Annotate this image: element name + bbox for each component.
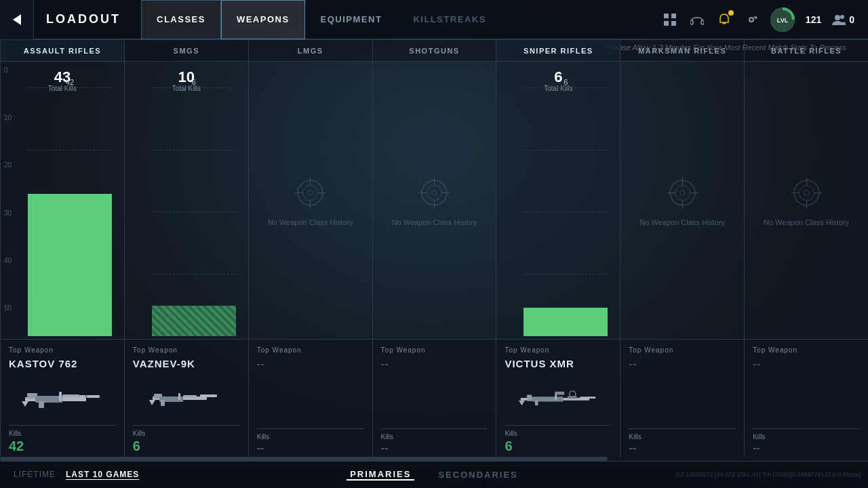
chart-bars-smgs: 6 (152, 87, 236, 336)
category-sniper-rifles[interactable]: SNIPER RIFLES 6 Total Kills (496, 40, 620, 461)
tab-primaries[interactable]: PRIMARIES (347, 469, 414, 481)
svg-point-29 (308, 190, 313, 195)
category-header-sniper-rifles: SNIPER RIFLES (496, 40, 620, 62)
players-section: 0 (832, 14, 854, 25)
category-header-shotguns: SHOTGUNS (373, 40, 496, 62)
weapon-card-shotguns: Top Weapon -- Kills -- (373, 339, 496, 461)
chart-grid-sniper-rifles: 6 (517, 67, 614, 339)
tab-secondaries[interactable]: SECONDARIES (435, 470, 521, 480)
chart-area-smgs: 10 Total Kills 6 (125, 62, 248, 339)
categories-container: ASSAULT RIFLES 50 40 30 20 10 0 43 Total… (0, 39, 868, 461)
svg-marker-15 (22, 401, 28, 407)
tab-equipment[interactable]: EQUIPMENT (305, 0, 398, 39)
chart-grid-assault-rifles: 42 (21, 67, 119, 339)
svg-rect-25 (161, 400, 165, 406)
svg-rect-20 (200, 394, 217, 397)
chart-grid-smgs: 6 (145, 67, 243, 339)
crosshair-icon-lmgs (292, 174, 329, 211)
grid-icon[interactable] (662, 12, 678, 28)
xp-value: 121 (806, 14, 821, 25)
nav-tabs: CLASSES WEAPONS EQUIPMENT KILLSTREAKS (141, 0, 502, 39)
svg-rect-3 (671, 21, 676, 26)
svg-point-36 (432, 190, 437, 195)
svg-rect-11 (79, 395, 100, 398)
category-marksman-rifles[interactable]: MARKSMAN RIFLES No Weapon Class History (620, 40, 745, 461)
svg-rect-48 (535, 400, 538, 405)
kills-section-shotguns: Kills -- (381, 428, 488, 454)
weapon-image-sniper-rifles (505, 375, 612, 421)
weapon-card-battle-rifles: Top Weapon -- Kills -- (745, 339, 868, 461)
debug-info: 3.7.13200072 [34:222:15b1:41] Tm (7000)[… (675, 461, 868, 488)
back-arrow-icon (13, 14, 21, 25)
weapon-image-marksman (629, 375, 736, 424)
chart-area-sniper-rifles: 6 Total Kills 6 (496, 62, 620, 339)
main-content: ASSAULT RIFLES 50 40 30 20 10 0 43 Total… (0, 39, 868, 461)
no-history-lmgs: No Weapon Class History (249, 62, 372, 339)
weapon-card-assault-rifles: Top Weapon KASTOV 762 (1, 339, 124, 461)
kills-section-sniper-rifles: Kills 6 (505, 425, 612, 454)
gear-icon[interactable] (743, 12, 760, 28)
top-nav: LOADOUT CLASSES WEAPONS EQUIPMENT KILLST… (0, 0, 868, 39)
svg-rect-23 (178, 393, 180, 400)
svg-rect-43 (527, 394, 532, 401)
svg-rect-0 (664, 14, 669, 18)
weapon-card-lmgs: Top Weapon -- Kills -- (249, 339, 372, 461)
category-shotguns[interactable]: SHOTGUNS No Weapon Class History (373, 40, 497, 461)
category-assault-rifles[interactable]: ASSAULT RIFLES 50 40 30 20 10 0 43 Total… (0, 40, 125, 461)
svg-rect-1 (671, 14, 676, 18)
weapon-image-assault-rifles (9, 375, 116, 421)
svg-rect-4 (690, 20, 693, 24)
lifetime-section: LIFETIME LAST 10 GAMES (0, 461, 139, 488)
bar-smg-0 (152, 306, 236, 336)
tab-weapons[interactable]: WEAPONS (221, 0, 305, 39)
svg-point-9 (840, 15, 844, 19)
weapon-image-shotguns (381, 375, 488, 424)
kills-section-marksman-rifles: Kills -- (629, 428, 736, 454)
weapon-card-marksman-rifles: Top Weapon -- Kills -- (620, 339, 744, 461)
chart-bars-sniper-rifles: 6 (524, 87, 608, 336)
svg-point-35 (427, 186, 442, 201)
category-lmgs[interactable]: LMGS No Weapon Class History To (249, 40, 373, 461)
svg-point-18 (85, 395, 87, 398)
svg-rect-46 (555, 391, 565, 394)
weapon-image-smgs (133, 375, 240, 421)
svg-point-60 (804, 190, 808, 195)
category-header-assault-rifles: ASSAULT RIFLES (1, 40, 124, 62)
crosshair-icon-marksman (664, 174, 701, 211)
svg-point-8 (835, 15, 840, 20)
kills-section-lmgs: Kills -- (257, 428, 364, 454)
weapon-card-smgs: Top Weapon VAZNEV-9K (125, 339, 248, 461)
chart-bars-assault-rifles: 42 (28, 87, 112, 336)
bar-wrapper-0: 42 (28, 87, 112, 336)
category-smgs[interactable]: SMGS 10 Total Kills (125, 40, 249, 461)
category-battle-rifles[interactable]: BATTLE RIFLES No Weapon Class History (745, 40, 868, 461)
no-history-battle-rifles: No Weapon Class History (745, 62, 868, 339)
tab-classes[interactable]: CLASSES (141, 0, 221, 39)
back-button[interactable] (0, 0, 34, 39)
headset-icon[interactable] (689, 12, 705, 28)
no-history-marksman-rifles: No Weapon Class History (620, 62, 744, 339)
svg-marker-24 (149, 400, 155, 405)
svg-point-52 (675, 186, 690, 201)
bar-wrapper-sniper-0: 6 (524, 87, 608, 336)
svg-rect-26 (183, 395, 197, 398)
chart-area-assault-rifles: 50 40 30 20 10 0 43 Total Kills (1, 62, 124, 339)
svg-point-28 (303, 186, 318, 201)
app-title: LOADOUT (46, 12, 121, 26)
avatar[interactable]: LVL (770, 7, 795, 32)
weapon-image-lmgs (257, 375, 364, 424)
svg-marker-47 (519, 400, 525, 405)
category-header-smgs: SMGS (125, 40, 248, 62)
bar-sniper-0 (524, 308, 608, 336)
svg-rect-5 (701, 20, 704, 24)
no-history-shotguns: No Weapon Class History (373, 62, 496, 339)
svg-rect-42 (580, 396, 596, 399)
weapon-silhouette-smg (146, 385, 227, 412)
category-header-battle-rifles: BATTLE RIFLES (745, 40, 868, 62)
bell-icon[interactable] (716, 12, 732, 28)
svg-point-53 (680, 190, 685, 195)
kills-section-assault-rifles: Kills 42 (9, 425, 116, 454)
kills-section-battle-rifles: Kills -- (753, 428, 860, 454)
weapon-silhouette-sniper (517, 385, 599, 412)
kills-section-smgs: Kills 6 (133, 425, 240, 454)
